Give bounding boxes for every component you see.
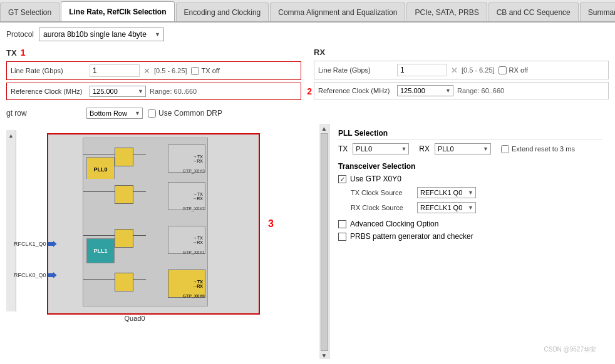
tx-clock-select-wrap[interactable]: REFCLK1 Q0 REFCLK0 Q0 bbox=[417, 187, 476, 198]
tx-line-rate-clear[interactable]: ✕ bbox=[143, 67, 150, 75]
tab-encoding[interactable]: Encoding and Clocking bbox=[176, 3, 269, 21]
pll-selection-section: PLL Selection TX PLL0 PLL1 RX PLL bbox=[338, 129, 602, 154]
gt-row-section: gt row Bottom Row Top Row Use Common DRP bbox=[6, 108, 609, 119]
rx-line-rate-input[interactable] bbox=[397, 64, 447, 76]
tx-off-checkbox[interactable] bbox=[191, 67, 199, 75]
prbs-label: PRBS pattern generator and checker bbox=[350, 232, 473, 241]
tab-line-rate[interactable]: Line Rate, RefClk Selection bbox=[61, 1, 174, 21]
rx-off-checkbox-label[interactable]: RX off bbox=[499, 66, 528, 74]
pll0-box: PLL0 bbox=[86, 157, 115, 182]
diagram-panel: ▲ →TX →RX GTP_X0Y3 bbox=[6, 124, 319, 359]
tab-summary[interactable]: Summary bbox=[580, 3, 615, 21]
protocol-select-wrapper[interactable]: aurora 8b10b single lane 4byte bbox=[39, 28, 164, 41]
gtp-x0y2: →TX →RX GTP_X0Y2 bbox=[83, 179, 205, 213]
use-gtp-row: ✓ Use GTP X0Y0 bbox=[338, 174, 602, 183]
pll-rx-select[interactable]: PLL0 PLL1 bbox=[435, 143, 491, 154]
tx-line-rate-label: Line Rate (Gbps) bbox=[11, 67, 86, 74]
tx-line-rate-range: [0.5 - 6.25] bbox=[154, 67, 187, 74]
tx-header: TX 1 bbox=[6, 48, 301, 58]
line1 bbox=[83, 154, 115, 154]
extend-reset-label[interactable]: Extend reset to 3 ms bbox=[501, 145, 575, 153]
gt-row-select[interactable]: Bottom Row Top Row bbox=[86, 108, 143, 119]
rx-refclock-select-wrap[interactable]: 125.000 bbox=[397, 85, 453, 96]
rx-clock-select-wrap[interactable]: REFCLK1 Q0 REFCLK0 Q0 bbox=[417, 202, 476, 213]
use-gtp-checkbox[interactable]: ✓ bbox=[338, 175, 346, 183]
diagram-marker-3: 3 bbox=[268, 218, 274, 230]
pll-row: TX PLL0 PLL1 RX PLL0 PLL1 bbox=[338, 143, 602, 154]
right-panel-content: PLL Selection TX PLL0 PLL1 RX PLL bbox=[332, 124, 609, 250]
pll-tx-select[interactable]: PLL0 PLL1 bbox=[353, 143, 409, 154]
protocol-select[interactable]: aurora 8b10b single lane 4byte bbox=[39, 28, 164, 41]
tab-gt-selection[interactable]: GT Selection bbox=[0, 3, 59, 21]
protocol-label: Protocol bbox=[6, 30, 34, 39]
rx-section: RX Line Rate (Gbps) ✕ [0.5 - 6.25] RX of… bbox=[314, 48, 609, 103]
rx-clock-select[interactable]: REFCLK1 Q0 REFCLK0 Q0 bbox=[417, 202, 476, 213]
bottom-section: ▲ →TX →RX GTP_X0Y3 bbox=[6, 124, 609, 359]
tx-refclock-label: Reference Clock (MHz) bbox=[11, 88, 86, 95]
tx-refclock-select-wrap[interactable]: 125.000 bbox=[90, 86, 146, 97]
gtp-x0y3-block: →TX →RX GTP_X0Y3 bbox=[168, 144, 205, 173]
rx-line-rate-label: Line Rate (Gbps) bbox=[318, 66, 393, 74]
rfclk0-arrow bbox=[48, 272, 57, 278]
tx-clock-source-row: TX Clock Source REFCLK1 Q0 REFCLK0 Q0 bbox=[351, 187, 602, 198]
use-gtp-label: Use GTP X0Y0 bbox=[350, 174, 401, 183]
advanced-clocking-label: Advanced Clocking Option bbox=[350, 220, 438, 228]
tabs-bar: GT Selection Line Rate, RefClk Selection… bbox=[0, 0, 615, 23]
common-drp-label[interactable]: Use Common DRP bbox=[148, 109, 222, 118]
pll1-box: PLL1 bbox=[86, 238, 115, 263]
pll-rx-label: RX bbox=[419, 144, 430, 153]
rx-refclock-select[interactable]: 125.000 bbox=[397, 85, 453, 96]
pll-rx-select-wrap[interactable]: PLL0 PLL1 bbox=[435, 143, 491, 154]
gtp-x0y2-block: →TX →RX GTP_X0Y2 bbox=[168, 182, 205, 210]
rx-refclock-range: Range: 60..660 bbox=[457, 87, 504, 94]
tx-clock-select[interactable]: REFCLK1 Q0 REFCLK0 Q0 bbox=[417, 187, 476, 198]
protocol-row: Protocol aurora 8b10b single lane 4byte bbox=[6, 28, 609, 41]
tx-refclock-group: Reference Clock (MHz) 125.000 Range: 60.… bbox=[6, 83, 301, 100]
advanced-clocking-row: Advanced Clocking Option bbox=[338, 220, 602, 228]
gtp-x0y2-chip bbox=[115, 185, 133, 204]
rx-clock-source-label: RX Clock Source bbox=[351, 204, 413, 211]
gtp-x0y0-block: →TX →RX GTP_X0Y0 bbox=[168, 270, 205, 298]
tx-refclock-range: Range: 60..660 bbox=[150, 88, 197, 95]
rx-line-rate-clear[interactable]: ✕ bbox=[451, 66, 458, 74]
tx-refclock-select[interactable]: 125.000 bbox=[90, 86, 146, 97]
rx-refclock-label: Reference Clock (MHz) bbox=[318, 87, 393, 94]
transceiver-section: Transceiver Selection ✓ Use GTP X0Y0 TX … bbox=[338, 162, 602, 213]
refclock-marker: 2 bbox=[307, 86, 312, 96]
quad-label: Quad0 bbox=[28, 315, 241, 322]
gtp-x0y0-chip bbox=[115, 273, 133, 291]
scroll-bar[interactable]: ▲ ▼ bbox=[319, 124, 329, 359]
gtp-x0y1-chip bbox=[115, 229, 133, 248]
right-panel-wrapper: ▲ ▼ PLL Selection TX PLL0 PLL1 bbox=[319, 124, 609, 359]
tx-rx-container: TX 1 Line Rate (Gbps) ✕ [0.5 - 6.25] TX … bbox=[6, 48, 609, 103]
rfclk1-arrow bbox=[48, 241, 57, 247]
pll-selection-title: PLL Selection bbox=[338, 129, 602, 139]
prbs-row: PRBS pattern generator and checker bbox=[338, 232, 602, 241]
line2 bbox=[133, 154, 146, 154]
gtp-x0y3-chip bbox=[115, 148, 133, 166]
common-drp-checkbox[interactable] bbox=[148, 109, 156, 118]
diagram-wrapper: →TX →RX GTP_X0Y3 PLL0 bbox=[28, 133, 316, 322]
gt-row-label: gt row bbox=[6, 109, 81, 118]
tx-clock-source-label: TX Clock Source bbox=[351, 189, 413, 196]
main-content: Protocol aurora 8b10b single lane 4byte … bbox=[0, 23, 615, 364]
gt-row-select-wrap[interactable]: Bottom Row Top Row bbox=[86, 108, 143, 119]
tx-off-checkbox-label[interactable]: TX off bbox=[191, 67, 220, 75]
rx-off-checkbox[interactable] bbox=[499, 66, 507, 74]
diagram-canvas: →TX →RX GTP_X0Y3 PLL0 bbox=[47, 133, 260, 315]
tx-line-rate-input[interactable] bbox=[90, 64, 140, 77]
transceiver-title: Transceiver Selection bbox=[338, 162, 602, 171]
extend-reset-checkbox[interactable] bbox=[501, 145, 509, 153]
rx-refclock-group: Reference Clock (MHz) 125.000 Range: 60.… bbox=[314, 82, 609, 99]
pll-tx-select-wrap[interactable]: PLL0 PLL1 bbox=[353, 143, 409, 154]
pll-tx-label: TX bbox=[338, 144, 348, 153]
tab-pcie[interactable]: PCIe, SATA, PRBS bbox=[406, 3, 487, 21]
prbs-checkbox[interactable] bbox=[338, 233, 346, 241]
advanced-clocking-checkbox[interactable] bbox=[338, 220, 346, 228]
scroll-thumb[interactable] bbox=[321, 133, 328, 351]
tab-cb-cc[interactable]: CB and CC Sequence bbox=[488, 3, 579, 21]
tx-marker: 1 bbox=[21, 48, 26, 58]
tab-comma[interactable]: Comma Alignment and Equalization bbox=[270, 3, 405, 21]
rx-line-rate-group: Line Rate (Gbps) ✕ [0.5 - 6.25] RX off bbox=[314, 61, 609, 79]
tx-section: TX 1 Line Rate (Gbps) ✕ [0.5 - 6.25] TX … bbox=[6, 48, 301, 103]
